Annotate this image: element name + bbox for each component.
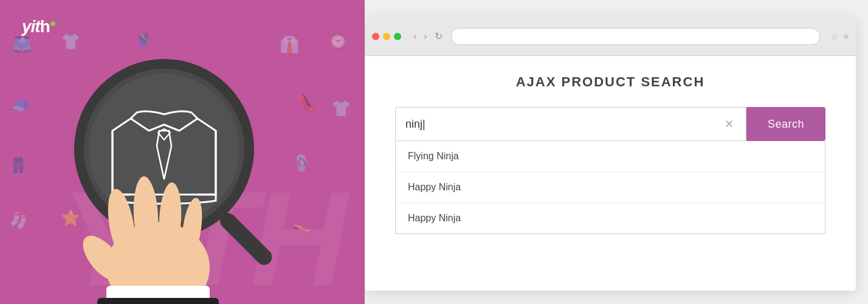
browser-refresh-button[interactable]: ↻ — [432, 29, 445, 43]
browser-forward-button[interactable]: › — [421, 30, 429, 43]
browser-traffic-lights — [372, 33, 401, 40]
browser-content: AJAX PRODUCT SEARCH ✕ Search Flying Ninj… — [365, 56, 856, 291]
browser-maximize-dot[interactable] — [394, 33, 401, 40]
search-row: ✕ Search — [395, 107, 825, 141]
dropdown-item-1[interactable]: Happy Ninja — [396, 172, 825, 203]
right-panel: ‹ › ↻ ☆ ≡ AJAX PRODUCT SEARCH ✕ Search — [365, 0, 868, 304]
clear-search-button[interactable]: ✕ — [722, 115, 736, 133]
svg-rect-3 — [217, 210, 275, 268]
browser-minimize-dot[interactable] — [383, 33, 390, 40]
search-dropdown: Flying Ninja Happy Ninja Happy Ninja — [395, 141, 825, 234]
page-title: AJAX PRODUCT SEARCH — [395, 74, 825, 90]
search-input-wrapper[interactable]: ✕ — [395, 107, 746, 141]
browser-window: ‹ › ↻ ☆ ≡ AJAX PRODUCT SEARCH ✕ Search — [365, 17, 856, 291]
search-input[interactable] — [405, 118, 722, 131]
browser-navigation: ‹ › ↻ — [411, 29, 445, 43]
svg-rect-11 — [97, 298, 219, 304]
browser-bookmark-icon[interactable]: ☆ — [831, 32, 839, 41]
product-illustration — [24, 24, 340, 304]
search-button[interactable]: Search — [746, 107, 825, 141]
browser-close-dot[interactable] — [372, 33, 379, 40]
browser-menu-icon[interactable]: ≡ — [844, 32, 849, 41]
dropdown-item-0[interactable]: Flying Ninja — [396, 141, 825, 172]
left-panel: yith 🩳 👕 🩱 👔 ⌚ 🧢 👠 👕 👖 🩴 🧦 ⭐ 👡 YITH — [0, 0, 365, 304]
browser-back-button[interactable]: ‹ — [411, 30, 419, 43]
browser-chrome: ‹ › ↻ ☆ ≡ — [365, 17, 856, 56]
dropdown-item-2[interactable]: Happy Ninja — [396, 203, 825, 233]
browser-actions: ☆ ≡ — [831, 32, 849, 41]
browser-url-bar[interactable] — [451, 28, 820, 45]
